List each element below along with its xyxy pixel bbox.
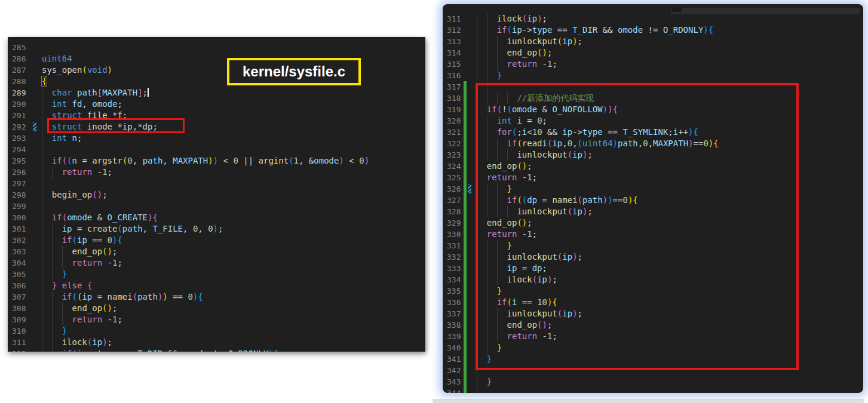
code-line-340[interactable]: 340 } [443, 342, 863, 353]
code-line-310[interactable]: 310 } [8, 325, 425, 337]
line-number-318[interactable]: 318 [447, 93, 462, 104]
code-line-331[interactable]: 331 } [443, 240, 863, 251]
line-number-321[interactable]: 321 [447, 127, 462, 138]
line-number-316[interactable]: 316 [447, 70, 462, 81]
code-line-343[interactable]: 343 } [443, 376, 863, 387]
line-number-343[interactable]: 343 [447, 376, 462, 387]
line-number-308[interactable]: 308 [12, 303, 27, 314]
line-number-292[interactable]: 292 [12, 121, 27, 133]
line-number-341[interactable]: 341 [447, 353, 462, 365]
line-number-324[interactable]: 324 [447, 161, 462, 172]
line-number-306[interactable]: 306 [12, 280, 27, 291]
code-line-295[interactable]: 295 if((n = argstr(0, path, MAXPATH)) < … [8, 155, 425, 167]
line-number-330[interactable]: 330 [447, 229, 462, 240]
line-number-323[interactable]: 323 [447, 149, 462, 161]
code-line-298[interactable]: 298 begin_op(); [8, 189, 425, 201]
line-number-289[interactable]: 289 [12, 87, 27, 99]
code-line-293[interactable]: 293 int n; [8, 133, 425, 144]
line-number-335[interactable]: 335 [447, 285, 462, 297]
code-line-297[interactable]: 297 [8, 178, 425, 189]
code-line-339[interactable]: 339 return -1; [443, 331, 863, 342]
line-number-301[interactable]: 301 [12, 223, 27, 235]
line-number-311[interactable]: 311 [12, 337, 27, 348]
code-line-306[interactable]: 306 } else { [8, 280, 425, 291]
code-line-285[interactable]: 285 [8, 42, 425, 53]
code-line-299[interactable]: 299 [8, 201, 425, 212]
line-number-319[interactable]: 319 [447, 104, 462, 115]
line-number-290[interactable]: 290 [12, 99, 27, 110]
code-line-312[interactable]: 312 if(ip->type == T_DIR && omode != O_R… [8, 348, 425, 352]
line-number-291[interactable]: 291 [12, 110, 27, 121]
code-line-294[interactable]: 294 [8, 144, 425, 155]
line-number-312[interactable]: 312 [447, 24, 462, 36]
code-line-307[interactable]: 307 if((ip = namei(path)) == 0){ [8, 291, 425, 303]
code-line-296[interactable]: 296 return -1; [8, 167, 425, 178]
code-editor-panel-left[interactable]: 285286uint64287sys_open(void)288{289 cha… [8, 37, 425, 352]
code-line-335[interactable]: 335 } [443, 285, 863, 297]
line-number-286[interactable]: 286 [12, 53, 27, 64]
line-number-305[interactable]: 305 [12, 269, 27, 280]
scrollbar-horizontal[interactable] [671, 8, 860, 14]
code-line-318[interactable]: 318 //新添加的代码实现 [443, 93, 863, 104]
line-number-333[interactable]: 333 [447, 263, 462, 274]
line-number-317[interactable]: 317 [447, 81, 462, 93]
line-number-334[interactable]: 334 [447, 274, 462, 285]
code-line-330[interactable]: 330 return -1; [443, 229, 863, 240]
line-number-331[interactable]: 331 [447, 240, 462, 251]
line-number-295[interactable]: 295 [12, 155, 27, 167]
line-number-307[interactable]: 307 [12, 291, 27, 303]
line-number-315[interactable]: 315 [447, 59, 462, 70]
code-line-290[interactable]: 290 int fd, omode; [8, 99, 425, 110]
code-line-311[interactable]: 311 ilock(ip); [443, 13, 863, 24]
code-line-338[interactable]: 338 end_op(); [443, 319, 863, 331]
code-line-286[interactable]: 286uint64 [8, 53, 425, 64]
line-number-304[interactable]: 304 [12, 257, 27, 269]
code-line-304[interactable]: 304 return -1; [8, 257, 425, 269]
line-number-325[interactable]: 325 [447, 172, 462, 183]
code-line-328[interactable]: 328 iunlockput(ip); [443, 206, 863, 217]
line-number-314[interactable]: 314 [447, 47, 462, 59]
line-number-296[interactable]: 296 [12, 167, 27, 178]
line-number-302[interactable]: 302 [12, 235, 27, 246]
line-number-299[interactable]: 299 [12, 201, 27, 212]
line-number-326[interactable]: 326 [447, 183, 462, 195]
line-number-313[interactable]: 313 [447, 36, 462, 47]
code-line-344[interactable]: 344 [443, 387, 863, 393]
line-number-298[interactable]: 298 [12, 189, 27, 201]
line-number-311[interactable]: 311 [447, 13, 462, 24]
code-line-309[interactable]: 309 return -1; [8, 314, 425, 325]
line-number-339[interactable]: 339 [447, 331, 462, 342]
code-line-300[interactable]: 300 if(omode & O_CREATE){ [8, 212, 425, 223]
line-number-310[interactable]: 310 [12, 325, 27, 337]
code-line-319[interactable]: 319 if(!(omode & O_NOFOLLOW)){ [443, 104, 863, 115]
code-line-288[interactable]: 288{ [8, 76, 425, 87]
code-line-323[interactable]: 323 iunlockput(ip); [443, 149, 863, 161]
code-line-327[interactable]: 327 if((dp = namei(path))==0){ [443, 195, 863, 206]
code-line-342[interactable]: 342 [443, 365, 863, 376]
code-line-341[interactable]: 341 } [443, 353, 863, 365]
line-number-344[interactable]: 344 [447, 387, 462, 393]
code-line-333[interactable]: 333 ip = dp; [443, 263, 863, 274]
code-line-334[interactable]: 334 ilock(ip); [443, 274, 863, 285]
line-number-329[interactable]: 329 [447, 217, 462, 229]
line-number-293[interactable]: 293 [12, 133, 27, 144]
code-line-317[interactable]: 317 [443, 81, 863, 93]
code-line-312[interactable]: 312 if(ip->type == T_DIR && omode != O_R… [443, 24, 863, 36]
code-line-302[interactable]: 302 if(ip == 0){ [8, 235, 425, 246]
line-number-338[interactable]: 338 [447, 319, 462, 331]
line-number-320[interactable]: 320 [447, 115, 462, 127]
code-line-321[interactable]: 321 for(;i<10 && ip->type == T_SYMLINK;i… [443, 127, 863, 138]
line-number-285[interactable]: 285 [12, 42, 27, 53]
code-editor-panel-right[interactable]: 311 ilock(ip);312 if(ip->type == T_DIR &… [443, 4, 863, 393]
line-number-309[interactable]: 309 [12, 314, 27, 325]
code-line-287[interactable]: 287sys_open(void) [8, 64, 425, 76]
code-line-301[interactable]: 301 ip = create(path, T_FILE, 0, 0); [8, 223, 425, 235]
line-number-340[interactable]: 340 [447, 342, 462, 353]
code-line-313[interactable]: 313 iunlockput(ip); [443, 36, 863, 47]
line-number-287[interactable]: 287 [12, 64, 27, 76]
code-line-329[interactable]: 329 end_op(); [443, 217, 863, 229]
code-line-292[interactable]: 292 struct inode *ip,*dp; [8, 121, 425, 133]
code-line-303[interactable]: 303 end_op(); [8, 246, 425, 257]
code-line-315[interactable]: 315 return -1; [443, 59, 863, 70]
line-number-300[interactable]: 300 [12, 212, 27, 223]
